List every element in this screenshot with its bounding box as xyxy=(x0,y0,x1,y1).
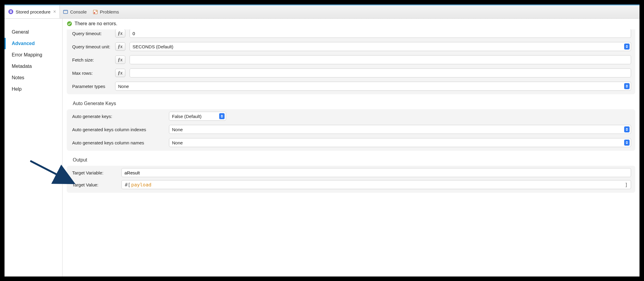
tab-problems[interactable]: Problems xyxy=(90,5,122,18)
close-icon[interactable]: × xyxy=(53,9,56,14)
app-window: Stored procedure × Console Problems Gene… xyxy=(4,4,640,277)
label-target-value: Target Value: xyxy=(71,182,117,187)
label-query-timeout: Query timeout: xyxy=(71,31,111,36)
select-parameter-types[interactable]: None xyxy=(115,82,631,91)
fx-button[interactable]: ƒx xyxy=(115,29,125,38)
chevron-updown-icon xyxy=(624,126,630,132)
sidebar-item-metadata[interactable]: Metadata xyxy=(5,61,62,72)
input-target-variable[interactable] xyxy=(121,168,631,177)
input-max-rows[interactable] xyxy=(130,68,631,77)
select-auto-key-indexes[interactable]: None xyxy=(169,125,631,134)
label-auto-key-indexes: Auto generated keys column indexes xyxy=(71,127,165,132)
panel-query: Query timeout: ƒx Query timeout unit: ƒx… xyxy=(67,29,635,94)
chevron-updown-icon xyxy=(624,140,630,146)
chevron-updown-icon xyxy=(624,44,630,50)
sidebar-item-general[interactable]: General xyxy=(5,26,62,38)
label-parameter-types: Parameter types xyxy=(71,84,111,89)
sidebar-item-notes[interactable]: Notes xyxy=(5,72,62,83)
chevron-updown-icon xyxy=(219,113,225,119)
sidebar-item-error-mapping[interactable]: Error Mapping xyxy=(5,49,62,61)
config-sidebar: General Advanced Error Mapping Metadata … xyxy=(5,19,63,276)
select-value: None xyxy=(118,84,129,89)
tab-console[interactable]: Console xyxy=(60,5,90,18)
svg-rect-6 xyxy=(94,10,97,14)
tab-console-label: Console xyxy=(70,9,87,14)
label-max-rows: Max rows: xyxy=(71,71,111,76)
input-query-timeout[interactable] xyxy=(130,29,631,38)
select-auto-key-names[interactable]: None xyxy=(169,138,631,147)
chevron-updown-icon xyxy=(624,83,630,89)
label-query-timeout-unit: Query timeout unit: xyxy=(71,44,111,49)
tab-label: Stored procedure xyxy=(16,9,51,14)
select-value: SECONDS (Default) xyxy=(133,44,173,49)
input-target-value[interactable]: #[ payload ] xyxy=(121,180,631,189)
panel-autokeys: Auto generate keys: False (Default) Auto… xyxy=(67,109,635,151)
panels: Query timeout: ƒx Query timeout unit: ƒx… xyxy=(63,29,639,276)
tab-stored-procedure[interactable]: Stored procedure × xyxy=(5,5,60,18)
svg-rect-5 xyxy=(63,10,68,11)
select-value: None xyxy=(172,127,183,132)
svg-rect-2 xyxy=(10,11,12,12)
svg-rect-1 xyxy=(10,11,12,11)
label-auto-key-names: Auto generated keys column names xyxy=(71,140,165,145)
label-target-variable: Target Variable: xyxy=(71,170,117,175)
select-value: None xyxy=(172,140,183,145)
svg-point-7 xyxy=(94,12,95,14)
ok-icon xyxy=(67,21,72,26)
select-query-timeout-unit[interactable]: SECONDS (Default) xyxy=(130,42,631,51)
fx-button[interactable]: ƒx xyxy=(115,69,125,77)
fx-button[interactable]: ƒx xyxy=(115,42,125,51)
expr-close: ] xyxy=(625,182,628,188)
expr-open: #[ xyxy=(125,182,130,188)
fx-button[interactable]: ƒx xyxy=(115,56,125,64)
content: General Advanced Error Mapping Metadata … xyxy=(5,19,639,276)
problems-icon xyxy=(93,9,98,15)
select-value: False (Default) xyxy=(172,114,201,119)
label-auto-generate-keys: Auto generate keys: xyxy=(71,114,165,119)
section-title-autokeys: Auto Generate Keys xyxy=(73,101,634,106)
input-fetch-size[interactable] xyxy=(130,55,631,64)
status-text: There are no errors. xyxy=(75,21,117,26)
tab-bar: Stored procedure × Console Problems xyxy=(5,5,639,19)
svg-rect-8 xyxy=(96,11,97,11)
select-auto-generate-keys[interactable]: False (Default) xyxy=(169,112,226,121)
svg-rect-3 xyxy=(10,12,12,13)
tab-problems-label: Problems xyxy=(100,9,119,14)
sidebar-item-help[interactable]: Help xyxy=(5,83,62,95)
stored-procedure-icon xyxy=(8,9,14,14)
section-title-output: Output xyxy=(73,157,634,163)
label-fetch-size: Fetch size: xyxy=(71,57,111,62)
expr-payload: payload xyxy=(131,182,151,188)
status-row: There are no errors. xyxy=(63,19,639,29)
panel-output: Target Variable: Target Value: #[ payloa… xyxy=(67,166,635,193)
main-pane: There are no errors. Query timeout: ƒx Q… xyxy=(63,19,639,276)
console-icon xyxy=(63,9,68,15)
sidebar-item-advanced[interactable]: Advanced xyxy=(5,38,62,49)
